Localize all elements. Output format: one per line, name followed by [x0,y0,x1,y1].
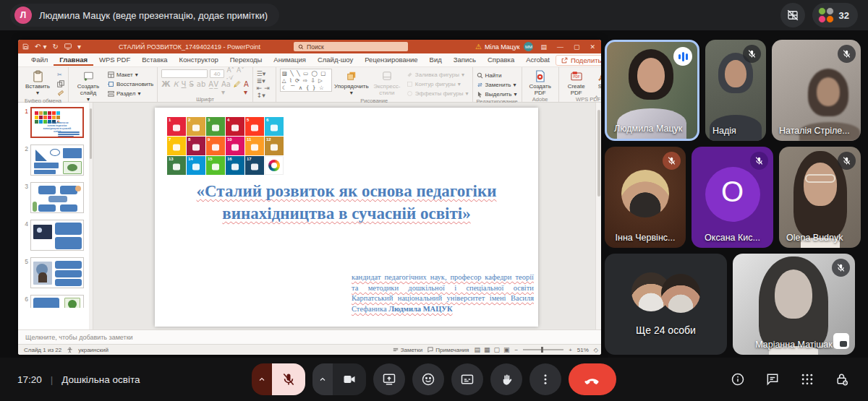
tile-overflow-participants[interactable]: Ще 24 особи [605,254,727,355]
copy-icon[interactable] [57,79,64,88]
participants-button[interactable]: 32 [812,3,858,27]
find-button[interactable]: Найти [477,71,517,79]
format-painter-icon[interactable] [57,89,64,98]
paste-button[interactable]: Вставить▾ [22,69,54,96]
replace-button[interactable]: Заменить ▾ [477,80,517,89]
language-indicator[interactable]: украинский [78,347,109,353]
zoom-slider[interactable] [523,349,563,350]
tile-liudmyla-matsuk[interactable]: Людмила Мацук [605,40,699,141]
tile-oksana-kys[interactable]: O Оксана Кис... [692,147,773,248]
share-button[interactable]: Поделиться [556,55,601,66]
section-button[interactable]: Раздел ▾ [108,89,153,98]
quick-styles-button[interactable]: Экспресс-стили [371,69,403,96]
tile-marianna-matishak[interactable]: Маріанна Матішак [733,254,855,355]
tab-acrobat[interactable]: Acrobat [520,54,556,66]
layout-button[interactable]: Макет ▾ [108,70,153,79]
arrange-button[interactable]: Упорядочить▾ [336,69,367,96]
present-screen-button[interactable] [373,363,405,395]
thumbnail-slide-6[interactable]: 6 [18,295,91,308]
minimize-button[interactable]: — [557,43,563,51]
reset-button[interactable]: Восстановить [108,79,153,88]
tile-inna-chervins[interactable]: Інна Червінс... [605,147,686,248]
more-options-button[interactable] [529,363,561,395]
slide-sorter-view-icon[interactable]: ▦ [484,346,490,353]
mic-mute-button[interactable] [272,363,305,395]
camera-options-chevron[interactable] [312,363,333,395]
hide-tiles-button[interactable] [780,3,805,27]
tab-home[interactable]: Главная [54,54,93,66]
select-button[interactable]: Выделить ▾ [477,90,517,98]
tab-design[interactable]: Конструктор [174,54,224,66]
qat-customize-icon[interactable]: ▾ [77,43,81,51]
canvas-scrollbar[interactable] [595,103,601,329]
slideshow-view-icon[interactable]: ▣ [503,346,510,353]
wps-sign-button[interactable]: Sign [594,69,601,90]
shape-outline-button[interactable]: Контур фигуры ▾ [407,79,469,88]
tile-olena-budnyk[interactable]: Olena Budnyk [779,147,861,248]
thumbnail-slide-5[interactable]: 5 [18,257,91,288]
zoom-level[interactable]: 51% [577,347,589,353]
tab-view[interactable]: Вид [424,54,448,66]
maximize-button[interactable]: ▢ [574,43,580,51]
tab-insert[interactable]: Вставка [136,54,173,66]
account-name[interactable]: Міла Мацук [485,43,519,51]
accessibility-icon[interactable] [67,347,73,353]
normal-view-icon[interactable]: ▤ [474,346,480,353]
end-call-button[interactable] [569,363,616,395]
font-size-box[interactable]: 40 [210,69,225,78]
thumbnails-scrollbar[interactable] [89,103,93,329]
slide-title[interactable]: «Сталий розвиток як основа педагогіки ви… [175,180,518,225]
save-icon[interactable] [22,43,29,50]
activities-button[interactable] [800,372,814,387]
wps-create-pdf-button[interactable]: PDF Create PDF [563,69,590,96]
shape-effects-button[interactable]: Эффекты фигуры ▾ [407,89,469,98]
new-slide-button[interactable]: Создать слайд▾ [72,69,104,103]
presenter-pill[interactable]: Л Людмила Мацук (веде презентацію, додає… [10,4,279,27]
start-slideshow-icon[interactable] [64,43,72,50]
font-style-icons[interactable]: ЖКЧSabA̲V̲Aa ▾🖉A ▾ [161,80,249,96]
current-slide[interactable]: 1234567891011121314151617 «Сталий розвит… [155,108,538,327]
tab-animations[interactable]: Анимация [268,54,312,66]
meeting-details-button[interactable] [731,372,745,387]
thumbnail-slide-2[interactable]: 2 [18,145,91,176]
tab-review[interactable]: Рецензирование [359,54,423,66]
zoom-in-icon[interactable]: + [569,347,572,353]
tab-file[interactable]: Файл [25,54,54,66]
tab-help[interactable]: Справка [482,54,520,66]
notes-pane[interactable]: Щелкните, чтобы добавить заметки [18,329,601,344]
shapes-gallery[interactable]: ▨ ╲ ╲ ▭ ◯ ▢△ ⌇ ⟳ ⇨ ⇩ ▷☾ ⌒ ∧ { } ☆ [280,69,332,92]
notes-toggle[interactable]: Заметки [393,347,423,353]
zoom-out-icon[interactable]: − [514,347,518,353]
fit-slide-icon[interactable]: ◇ [594,347,598,353]
raise-hand-button[interactable] [490,363,522,395]
thumbnail-slide-1[interactable]: 1 «Сталий розвиток як основа педагогіки … [18,107,91,138]
grow-shrink-font-icons[interactable]: A˄ A˅ 𝒜 [226,66,248,82]
redo-icon[interactable]: ↻ [53,43,59,51]
slide-subtitle[interactable]: кандидат педагогічних наук, професор каф… [352,272,534,314]
reading-view-icon[interactable]: ▢ [493,346,500,353]
tab-transitions[interactable]: Переходы [224,54,268,66]
undo-icon[interactable]: ↶ ▾ [35,43,47,51]
tile-nataliia-strile[interactable]: Наталія Стріле... [772,40,861,141]
list-indent-icons[interactable]: ☰▾ ≣▾ ⇤ ⇥ ↕▾ [257,70,272,99]
cut-icon[interactable]: ✂ [57,70,64,79]
tab-record[interactable]: Запись [448,54,482,66]
captions-button[interactable] [451,363,483,395]
thumbnail-slide-4[interactable]: 4 [18,220,91,251]
collapse-ribbon-icon[interactable]: ˄ [595,94,598,100]
tab-wps-pdf[interactable]: WPS PDF [93,54,136,66]
tile-nadiia[interactable]: Надія [705,40,766,141]
search-input[interactable]: Поиск [294,42,408,51]
comments-toggle[interactable]: Примечания [427,347,469,353]
reactions-button[interactable] [412,363,444,395]
warning-icon[interactable]: ⚠ [475,43,482,51]
shape-fill-button[interactable]: Заливка фигуры ▾ [407,70,469,79]
host-controls-button[interactable] [835,372,849,387]
account-avatar[interactable]: ММ [524,42,533,51]
ribbon-display-options-icon[interactable]: ▤ [540,43,547,51]
camera-button[interactable] [333,363,366,395]
mic-options-chevron[interactable] [252,363,272,395]
close-button[interactable]: ✕ [590,43,595,51]
font-name-box[interactable] [161,69,207,78]
tab-slideshow[interactable]: Слайд-шоу [312,54,359,66]
